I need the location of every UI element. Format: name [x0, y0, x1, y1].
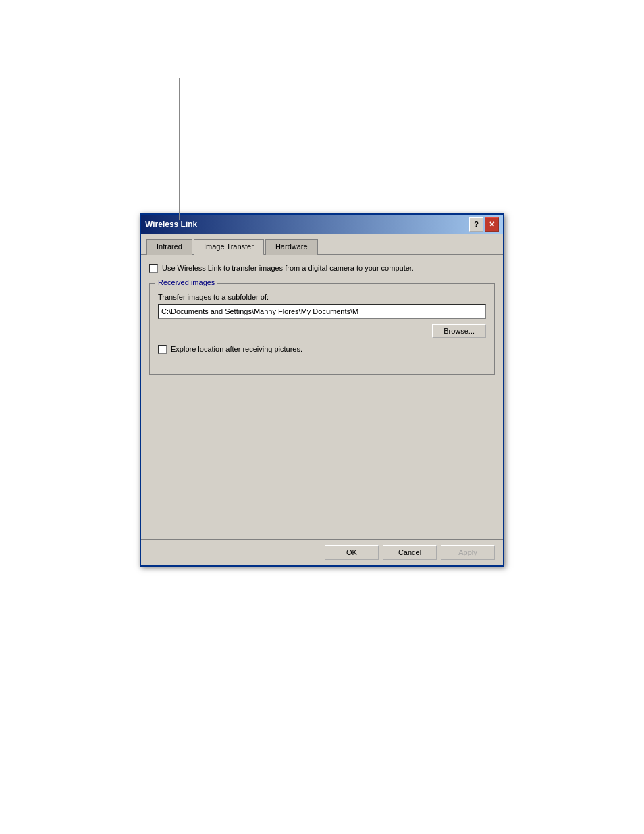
wireless-link-dialog: Wireless Link ? ✕ Infrared Image Transfe… — [140, 213, 504, 567]
dialog-title: Wireless Link — [145, 219, 197, 229]
close-button[interactable]: ✕ — [485, 217, 499, 232]
help-button[interactable]: ? — [469, 217, 483, 232]
cancel-button[interactable]: Cancel — [383, 545, 437, 560]
title-bar: Wireless Link ? ✕ — [141, 215, 503, 234]
explore-checkbox[interactable] — [158, 345, 167, 354]
main-checkbox[interactable] — [149, 264, 158, 273]
browse-row: Browse... — [158, 324, 486, 338]
ok-button[interactable]: OK — [325, 545, 379, 560]
apply-button[interactable]: Apply — [441, 545, 495, 560]
dialog-footer: OK Cancel Apply — [141, 539, 503, 565]
main-checkbox-label: Use Wireless Link to transfer images fro… — [162, 263, 414, 273]
explore-checkbox-row: Explore location after receiving picture… — [158, 344, 486, 355]
tab-infrared[interactable]: Infrared — [146, 239, 192, 255]
path-input[interactable] — [158, 304, 486, 319]
group-content: Transfer images to a subfolder of: Brows… — [158, 293, 486, 355]
tab-hardware[interactable]: Hardware — [265, 239, 318, 255]
field-label: Transfer images to a subfolder of: — [158, 293, 486, 301]
browse-button[interactable]: Browse... — [432, 324, 486, 338]
dialog-content: Use Wireless Link to transfer images fro… — [141, 255, 503, 539]
received-images-group: Received images Transfer images to a sub… — [149, 283, 495, 374]
tab-bar: Infrared Image Transfer Hardware — [141, 234, 503, 255]
group-legend: Received images — [155, 278, 217, 286]
tab-image-transfer[interactable]: Image Transfer — [194, 239, 264, 255]
main-checkbox-row: Use Wireless Link to transfer images fro… — [149, 263, 495, 273]
explore-checkbox-label: Explore location after receiving picture… — [171, 344, 302, 355]
title-bar-buttons: ? ✕ — [469, 217, 499, 232]
